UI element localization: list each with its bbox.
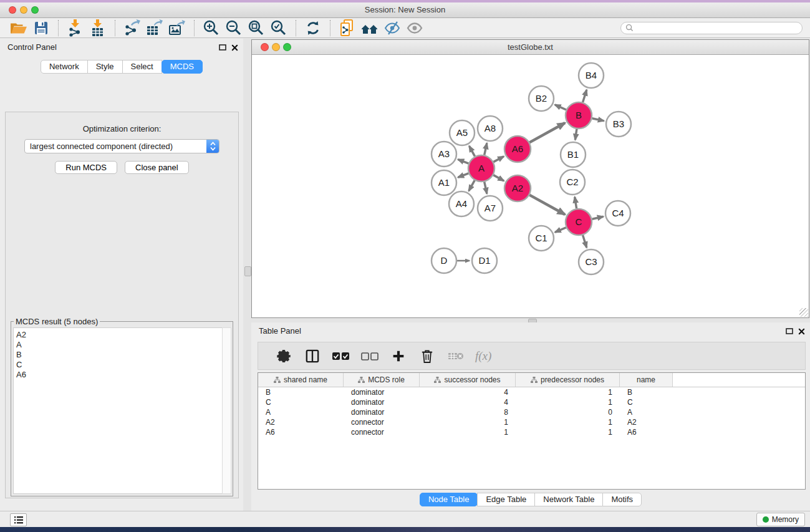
select-all-rows-icon[interactable] [331, 347, 351, 365]
graph-node-A7[interactable]: A7 [478, 196, 503, 221]
export-network-icon[interactable] [122, 19, 142, 37]
show-panels-button[interactable] [10, 513, 27, 526]
mcds-result-item[interactable]: B [16, 350, 222, 360]
graph-edge-C-C2[interactable] [575, 197, 577, 209]
import-network-icon[interactable] [65, 19, 85, 37]
optimization-criterion-select[interactable]: largest connected component (directed) [24, 139, 219, 153]
function-builder-icon[interactable]: f(x) [475, 349, 491, 363]
memory-button[interactable]: Memory [756, 513, 805, 526]
graph-edge-A-A3[interactable] [458, 160, 468, 164]
close-traffic-light[interactable] [9, 6, 16, 14]
column-header-MCDS-role[interactable]: MCDS role [344, 373, 420, 387]
tab-motifs[interactable]: Motifs [602, 493, 642, 506]
graph-edge-A-A8[interactable] [485, 143, 487, 155]
graph-node-A5[interactable]: A5 [450, 120, 475, 145]
tab-edge-table[interactable]: Edge Table [477, 493, 535, 506]
graph-node-C2[interactable]: C2 [560, 170, 585, 195]
graph-node-A1[interactable]: A1 [432, 170, 456, 195]
graph-node-B2[interactable]: B2 [529, 86, 554, 111]
zoom-traffic-light[interactable] [31, 6, 39, 14]
graph-node-B[interactable]: B [566, 102, 592, 128]
graph-edge-A-A2[interactable] [493, 175, 504, 181]
open-session-icon[interactable] [9, 19, 29, 37]
graph-edge-C-C3[interactable] [583, 235, 587, 248]
export-table-icon[interactable] [145, 19, 165, 37]
show-column-icon[interactable] [302, 347, 322, 365]
graph-edge-A-A6[interactable] [493, 157, 504, 162]
run-mcds-button[interactable]: Run MCDS [55, 161, 117, 174]
zoom-fit-icon[interactable] [246, 19, 266, 37]
zoom-traffic-light[interactable] [283, 43, 291, 51]
delete-table-icon[interactable] [446, 347, 466, 365]
close-traffic-light[interactable] [261, 43, 269, 51]
graph-node-A3[interactable]: A3 [432, 142, 456, 167]
minimize-traffic-light[interactable] [272, 43, 280, 51]
column-header-successor-nodes[interactable]: successor nodes [420, 373, 516, 387]
splitter-handle[interactable] [244, 266, 251, 276]
zoom-out-icon[interactable] [224, 19, 244, 37]
import-table-icon[interactable] [88, 19, 108, 37]
mcds-result-item[interactable]: A2 [16, 330, 222, 340]
clone-network-icon[interactable] [337, 19, 357, 37]
float-window-icon[interactable] [219, 44, 226, 51]
tab-select[interactable]: Select [122, 60, 162, 74]
table-row[interactable]: Adominator80A [258, 407, 805, 417]
network-window-titlebar[interactable]: testGlobe.txt [252, 40, 809, 55]
tab-style[interactable]: Style [87, 60, 123, 74]
mcds-result-list[interactable]: A2ABCA6 [13, 327, 223, 494]
graph-edge-B-B3[interactable] [592, 118, 604, 121]
graph-node-A2[interactable]: A2 [504, 175, 531, 201]
graph-edge-C-C1[interactable] [555, 228, 566, 233]
graph-edge-A-A1[interactable] [458, 173, 468, 178]
show-all-icon[interactable] [405, 19, 425, 37]
graph-edge-A2-C[interactable] [529, 195, 565, 215]
graph-node-C3[interactable]: C3 [579, 249, 604, 274]
mcds-result-item[interactable]: A6 [16, 370, 222, 380]
graph-node-B3[interactable]: B3 [606, 112, 631, 137]
delete-row-icon[interactable] [417, 347, 437, 365]
graph-edge-B-B2[interactable] [555, 105, 566, 110]
graph-node-C4[interactable]: C4 [605, 201, 630, 226]
table-row[interactable]: Bdominator41B [258, 387, 805, 397]
column-header-predecessor-nodes[interactable]: predecessor nodes [516, 373, 620, 387]
graph-edge-A-A4[interactable] [469, 180, 475, 191]
table-row[interactable]: A6connector11A6 [258, 427, 805, 437]
column-header-name[interactable]: name [620, 373, 673, 387]
export-image-icon[interactable] [167, 19, 187, 37]
hide-selected-icon[interactable] [382, 19, 402, 37]
close-icon[interactable] [798, 328, 805, 335]
zoom-in-icon[interactable] [201, 19, 221, 37]
graph-node-B1[interactable]: B1 [561, 142, 586, 167]
column-header-shared-name[interactable]: shared name [258, 373, 344, 387]
graph-edge-B-B1[interactable] [575, 129, 576, 140]
graph-node-A8[interactable]: A8 [478, 116, 503, 141]
float-window-icon[interactable] [786, 327, 793, 335]
mcds-result-item[interactable]: C [16, 360, 222, 370]
graph-node-A[interactable]: A [468, 155, 494, 181]
graph-node-A6[interactable]: A6 [504, 136, 531, 162]
search-box[interactable] [620, 22, 803, 34]
minimize-traffic-light[interactable] [20, 6, 27, 14]
graph-edge-A6-B[interactable] [529, 123, 565, 142]
table-row[interactable]: A2connector11A2 [258, 417, 805, 427]
resize-grip-icon[interactable] [799, 308, 808, 317]
graph-node-C[interactable]: C [566, 209, 592, 235]
save-session-icon[interactable] [31, 19, 51, 37]
graph-edge-B-B4[interactable] [583, 90, 587, 102]
deselect-all-rows-icon[interactable] [360, 347, 380, 365]
close-panel-button[interactable]: Close panel [125, 161, 189, 174]
graph-node-A4[interactable]: A4 [449, 191, 474, 216]
graph-node-D1[interactable]: D1 [472, 248, 497, 273]
mcds-result-item[interactable]: A [16, 340, 222, 350]
tab-mcds[interactable]: MCDS [162, 60, 203, 74]
graph-edge-A-A7[interactable] [485, 181, 487, 193]
tab-network[interactable]: Network [41, 60, 88, 74]
zoom-selected-icon[interactable] [269, 19, 289, 37]
vertical-splitter[interactable] [243, 39, 251, 511]
graph-edge-C-C4[interactable] [592, 216, 603, 219]
graph-node-C1[interactable]: C1 [529, 226, 554, 251]
table-options-icon[interactable] [274, 347, 294, 365]
table-row[interactable]: Cdominator41C [258, 397, 805, 407]
close-icon[interactable] [231, 44, 238, 51]
first-neighbors-icon[interactable] [360, 19, 380, 37]
